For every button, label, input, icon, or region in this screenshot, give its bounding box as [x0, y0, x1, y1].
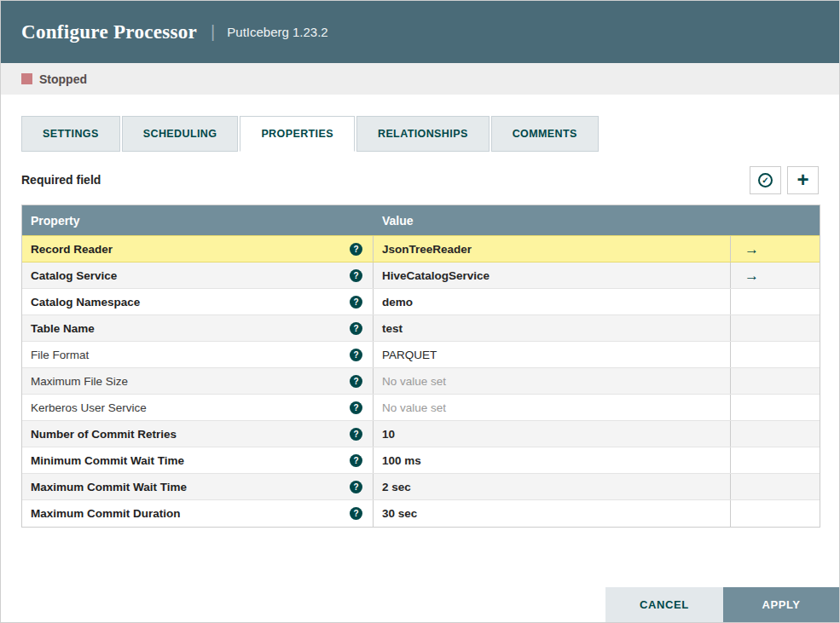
property-cell: Minimum Commit Wait Time ? [22, 447, 374, 473]
help-icon[interactable]: ? [350, 481, 362, 493]
property-value: 10 [382, 428, 395, 441]
plus-icon: + [797, 170, 808, 190]
property-cell: Catalog Namespace ? [22, 289, 374, 314]
property-name: File Format [31, 349, 89, 361]
property-name: Catalog Service [31, 269, 117, 282]
status-bar: Stopped [1, 63, 839, 95]
help-icon[interactable]: ? [350, 401, 362, 414]
property-name: Record Reader [31, 243, 113, 256]
tabs-bar: SETTINGSSCHEDULINGPROPERTIESRELATIONSHIP… [21, 116, 819, 152]
property-cell: File Format ? [22, 342, 374, 367]
property-cell: Kerberos User Service ? [22, 395, 374, 420]
value-cell[interactable]: 2 sec [374, 474, 731, 499]
property-value: demo [382, 296, 413, 309]
property-value: JsonTreeReader [382, 243, 472, 256]
property-column-header: Property [22, 214, 374, 228]
help-icon[interactable]: ? [350, 375, 362, 388]
tab-relationships[interactable]: RELATIONSHIPS [356, 116, 490, 152]
processor-type-version: PutIceberg 1.23.2 [227, 25, 327, 39]
goto-cell [731, 315, 820, 341]
property-name: Table Name [31, 322, 95, 335]
help-icon[interactable]: ? [350, 296, 362, 309]
property-name: Maximum Commit Wait Time [31, 481, 187, 493]
goto-cell [731, 289, 820, 314]
go-to-service-icon[interactable]: → [744, 242, 759, 257]
property-name: Number of Commit Retries [31, 428, 177, 441]
property-name: Kerberos User Service [31, 401, 147, 414]
table-row[interactable]: Record Reader ? JsonTreeReader → [22, 235, 820, 262]
verify-properties-button[interactable]: ✓ [750, 166, 781, 194]
value-cell[interactable]: 30 sec [374, 500, 731, 527]
help-icon[interactable]: ? [350, 349, 362, 361]
table-header-row: Property Value [22, 205, 820, 236]
property-cell: Number of Commit Retries ? [22, 421, 374, 447]
value-cell[interactable]: HiveCatalogService [374, 262, 731, 288]
goto-cell [731, 474, 820, 499]
value-cell[interactable]: test [374, 315, 731, 341]
table-row[interactable]: Table Name ? test [22, 315, 820, 342]
property-name: Catalog Namespace [31, 296, 140, 309]
table-row[interactable]: Maximum File Size ? No value set [22, 368, 820, 395]
help-icon[interactable]: ? [350, 428, 362, 441]
value-cell[interactable]: demo [374, 289, 731, 314]
property-cell: Maximum Commit Duration ? [22, 500, 374, 527]
dialog-content: SETTINGSSCHEDULINGPROPERTIESRELATIONSHIP… [1, 116, 839, 528]
property-value: test [382, 322, 403, 335]
value-cell[interactable]: No value set [374, 368, 731, 394]
help-icon[interactable]: ? [350, 507, 362, 520]
go-to-service-icon[interactable]: → [744, 268, 759, 283]
table-row[interactable]: Catalog Namespace ? demo [22, 289, 820, 315]
property-value: PARQUET [382, 349, 437, 361]
goto-cell [731, 500, 820, 527]
property-cell: Table Name ? [22, 315, 374, 341]
status-label: Stopped [39, 72, 87, 86]
new-property-button[interactable]: + [787, 166, 819, 194]
footer-actions: CANCEL APPLY [605, 587, 839, 622]
value-cell[interactable]: 10 [374, 421, 731, 447]
value-cell[interactable]: PARQUET [374, 342, 731, 367]
property-value: No value set [382, 401, 446, 414]
required-field-label: Required field [21, 173, 101, 187]
dialog-header: Configure Processor | PutIceberg 1.23.2 [1, 1, 839, 63]
table-row[interactable]: Catalog Service ? HiveCatalogService → [22, 262, 820, 289]
goto-cell [731, 421, 820, 447]
check-circle-icon: ✓ [758, 173, 773, 187]
property-value: HiveCatalogService [382, 269, 490, 282]
properties-table: Property Value Record Reader ? JsonTreeR… [21, 205, 820, 528]
stopped-status-icon [21, 73, 32, 84]
apply-button[interactable]: APPLY [723, 587, 839, 622]
configure-processor-dialog: Configure Processor | PutIceberg 1.23.2 … [0, 0, 840, 623]
goto-cell: → [731, 236, 820, 262]
table-row[interactable]: Number of Commit Retries ? 10 [22, 421, 820, 447]
dialog-title: Configure Processor [21, 21, 197, 43]
property-name: Minimum Commit Wait Time [31, 454, 184, 467]
value-cell[interactable]: 100 ms [374, 447, 731, 473]
property-cell: Catalog Service ? [22, 262, 374, 288]
property-cell: Record Reader ? [22, 236, 374, 262]
tab-comments[interactable]: COMMENTS [491, 116, 599, 152]
goto-cell [731, 368, 820, 394]
tab-properties[interactable]: PROPERTIES [240, 116, 355, 152]
table-row[interactable]: Kerberos User Service ? No value set [22, 395, 820, 421]
value-column-header: Value [374, 214, 820, 228]
property-name: Maximum File Size [31, 375, 128, 388]
help-icon[interactable]: ? [350, 243, 362, 256]
table-row[interactable]: Maximum Commit Duration ? 30 sec [22, 500, 820, 527]
value-cell[interactable]: JsonTreeReader [374, 236, 731, 262]
property-value: 100 ms [382, 454, 421, 467]
toolbar-actions: ✓ + [744, 166, 819, 194]
table-row[interactable]: File Format ? PARQUET [22, 342, 820, 368]
help-icon[interactable]: ? [350, 454, 362, 467]
cancel-button[interactable]: CANCEL [605, 587, 723, 622]
value-cell[interactable]: No value set [374, 395, 731, 420]
help-icon[interactable]: ? [350, 322, 362, 335]
help-icon[interactable]: ? [350, 269, 362, 282]
tab-settings[interactable]: SETTINGS [21, 116, 120, 152]
goto-cell [731, 447, 820, 473]
table-row[interactable]: Minimum Commit Wait Time ? 100 ms [22, 447, 820, 474]
table-row[interactable]: Maximum Commit Wait Time ? 2 sec [22, 474, 820, 500]
property-name: Maximum Commit Duration [31, 507, 181, 520]
tab-scheduling[interactable]: SCHEDULING [122, 116, 239, 152]
properties-table-body: Record Reader ? JsonTreeReader → Catalog… [22, 235, 820, 527]
title-separator: | [211, 22, 215, 42]
